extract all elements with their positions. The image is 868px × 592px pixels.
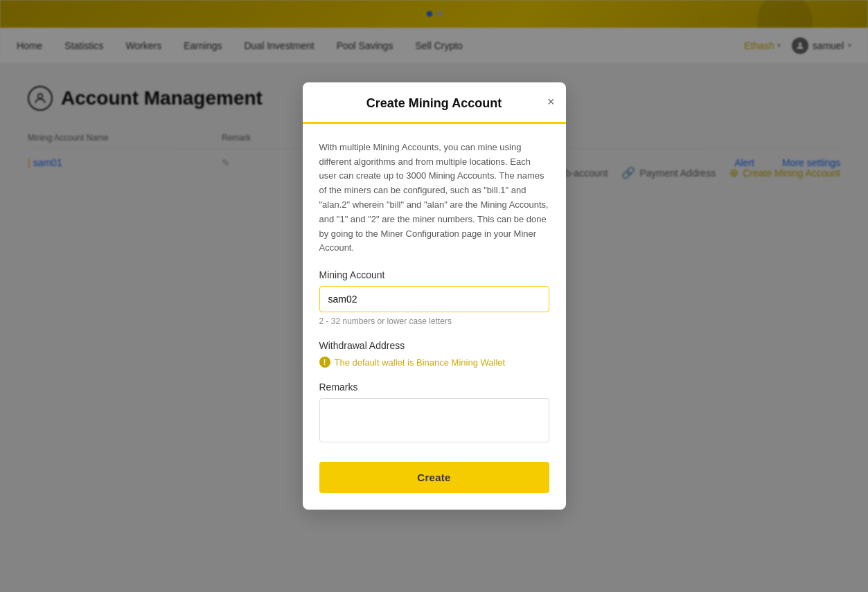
withdrawal-warning-text: The default wallet is Binance Mining Wal… xyxy=(335,357,506,368)
modal-body: With multiple Mining Accounts, you can m… xyxy=(303,124,566,510)
modal-info-text: With multiple Mining Accounts, you can m… xyxy=(319,141,549,255)
modal-overlay[interactable]: Create Mining Account × With multiple Mi… xyxy=(0,0,868,590)
remarks-textarea[interactable] xyxy=(319,398,549,442)
modal-close-button[interactable]: × xyxy=(547,96,555,108)
mining-account-label: Mining Account xyxy=(319,269,549,280)
modal-title: Create Mining Account xyxy=(366,96,502,111)
remarks-label: Remarks xyxy=(319,382,549,393)
create-button[interactable]: Create xyxy=(319,462,549,493)
mining-account-input[interactable] xyxy=(319,286,549,312)
withdrawal-warning: ! The default wallet is Binance Mining W… xyxy=(319,357,549,368)
withdrawal-address-label: Withdrawal Address xyxy=(319,340,549,351)
warning-icon: ! xyxy=(319,357,330,368)
modal-header: Create Mining Account × xyxy=(303,82,566,124)
mining-account-hint: 2 - 32 numbers or lower case letters xyxy=(319,316,549,326)
create-mining-account-modal: Create Mining Account × With multiple Mi… xyxy=(303,82,566,510)
